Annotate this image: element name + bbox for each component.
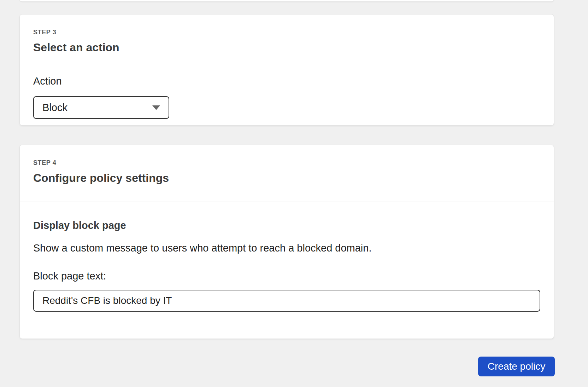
step4-card: STEP 4 Configure policy settings Display…: [19, 145, 554, 339]
block-page-text-label: Block page text:: [33, 270, 540, 282]
action-select-value: Block: [42, 102, 67, 114]
step3-card: STEP 3 Select an action Action Block: [19, 14, 554, 126]
action-select[interactable]: Block: [33, 96, 169, 119]
chevron-down-icon: [152, 105, 160, 110]
step4-card-body: Display block page Show a custom message…: [20, 202, 554, 312]
block-page-text-input[interactable]: [33, 290, 540, 312]
display-block-page-description: Show a custom message to users who attem…: [33, 242, 540, 254]
action-label: Action: [33, 75, 540, 87]
card-title: Select an action: [33, 41, 540, 54]
previous-card-bottom-edge: [19, 0, 554, 1]
step-label: STEP 4: [33, 159, 540, 167]
display-block-page-heading: Display block page: [33, 220, 540, 231]
step-label: STEP 3: [33, 29, 540, 36]
create-policy-button[interactable]: Create policy: [478, 357, 555, 376]
card-title: Configure policy settings: [33, 172, 540, 185]
step4-card-header: STEP 4 Configure policy settings: [20, 145, 554, 202]
